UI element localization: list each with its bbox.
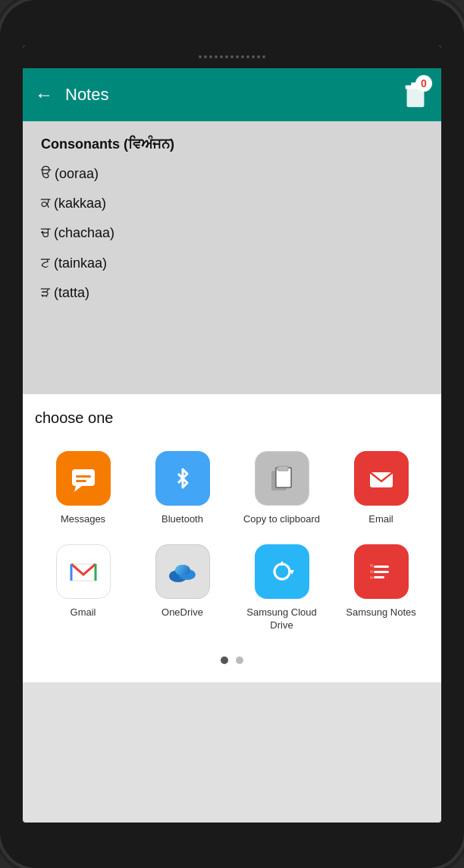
messages-icon bbox=[56, 451, 111, 506]
samsung-notes-label: Samsung Notes bbox=[346, 606, 416, 619]
share-sheet-title: choose one bbox=[35, 409, 429, 427]
app-header: ← Notes 0 bbox=[23, 68, 441, 121]
samsung-cloud-icon bbox=[255, 544, 309, 599]
share-item-samsung-notes[interactable]: Samsung Notes bbox=[333, 538, 429, 638]
back-button[interactable]: ← bbox=[35, 84, 53, 105]
status-dot bbox=[241, 55, 244, 58]
share-item-samsung-cloud[interactable]: Samsung Cloud Drive bbox=[234, 538, 330, 638]
note-item-1: ੳ (ooraa) bbox=[41, 165, 423, 183]
clipboard-icon bbox=[255, 451, 309, 506]
pagination-dots bbox=[35, 656, 429, 664]
share-item-messages[interactable]: Messages bbox=[35, 445, 131, 532]
svg-rect-24 bbox=[374, 566, 389, 568]
note-item-5: ੜ (tatta) bbox=[41, 284, 423, 302]
gmail-icon bbox=[56, 544, 111, 599]
status-dot bbox=[225, 55, 228, 58]
gmail-label: Gmail bbox=[71, 606, 96, 619]
share-item-gmail[interactable]: Gmail bbox=[35, 538, 131, 638]
note-title: Consonants (ਵਿਅੰਜਨ) bbox=[41, 136, 423, 152]
clipboard-label: Copy to clipboard bbox=[243, 513, 320, 526]
onedrive-label: OneDrive bbox=[161, 606, 203, 619]
status-dot bbox=[199, 55, 202, 58]
share-item-clipboard[interactable]: Copy to clipboard bbox=[234, 445, 330, 532]
phone-screen: ← Notes 0 Consonants (ਵਿਅੰਜਨ) ੳ (ooraa) … bbox=[23, 45, 441, 823]
svg-rect-28 bbox=[370, 570, 373, 573]
svg-rect-29 bbox=[370, 576, 373, 579]
pagination-dot-1[interactable] bbox=[221, 656, 228, 664]
status-dot bbox=[236, 55, 239, 58]
top-notch bbox=[187, 0, 277, 21]
svg-point-19 bbox=[175, 565, 190, 575]
svg-rect-27 bbox=[370, 564, 373, 567]
svg-rect-11 bbox=[277, 466, 288, 471]
note-item-3: ਚ (chachaa) bbox=[41, 224, 423, 243]
phone-frame: ← Notes 0 Consonants (ਵਿਅੰਜਨ) ੳ (ooraa) … bbox=[0, 0, 464, 868]
samsung-notes-icon bbox=[354, 544, 409, 599]
status-dot bbox=[220, 55, 223, 58]
status-bar bbox=[23, 45, 441, 68]
bluetooth-icon bbox=[155, 451, 210, 506]
messages-label: Messages bbox=[61, 513, 105, 526]
badge-count: 0 bbox=[415, 75, 432, 92]
status-dot bbox=[230, 55, 234, 58]
svg-rect-6 bbox=[76, 480, 86, 482]
samsung-cloud-label: Samsung Cloud Drive bbox=[237, 606, 327, 632]
status-dot bbox=[252, 55, 255, 58]
badge-container: 0 bbox=[402, 80, 429, 110]
email-icon bbox=[354, 451, 409, 506]
note-item-2: ਕ (kakkaa) bbox=[41, 194, 423, 213]
page-title: Notes bbox=[65, 85, 402, 105]
svg-rect-5 bbox=[76, 475, 91, 478]
status-dot bbox=[257, 55, 260, 58]
email-label: Email bbox=[368, 513, 393, 526]
status-dot bbox=[246, 55, 249, 58]
status-dot bbox=[209, 55, 212, 58]
status-dot bbox=[204, 55, 207, 58]
svg-rect-26 bbox=[374, 576, 384, 578]
status-dot bbox=[215, 55, 218, 58]
pagination-dot-2[interactable] bbox=[236, 656, 243, 664]
share-item-email[interactable]: Email bbox=[333, 445, 429, 532]
status-dot bbox=[262, 55, 265, 58]
svg-marker-4 bbox=[74, 486, 82, 492]
notes-content: Consonants (ਵਿਅੰਜਨ) ੳ (ooraa) ਕ (kakkaa)… bbox=[23, 121, 441, 394]
svg-rect-25 bbox=[374, 571, 389, 573]
bluetooth-label: Bluetooth bbox=[161, 513, 203, 526]
share-grid: Messages Bluetooth bbox=[35, 445, 429, 638]
note-item-4: ਟ (tainkaa) bbox=[41, 254, 423, 273]
share-item-bluetooth[interactable]: Bluetooth bbox=[134, 445, 230, 532]
share-sheet: choose one Messages bbox=[23, 394, 441, 682]
status-dots-container bbox=[199, 55, 265, 58]
share-item-onedrive[interactable]: OneDrive bbox=[134, 538, 230, 638]
onedrive-icon bbox=[155, 544, 210, 599]
